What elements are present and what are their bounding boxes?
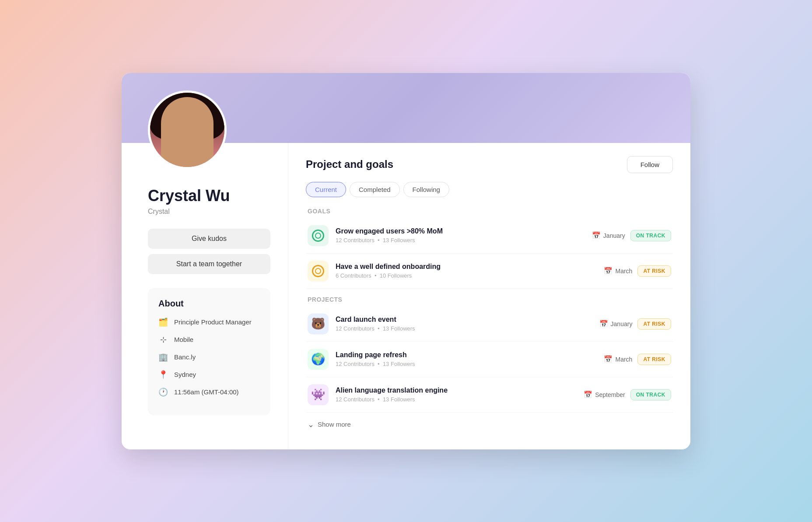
status-badge: AT RISK — [637, 265, 671, 277]
project-meta: 12 Contributors • 13 Followers — [336, 361, 604, 367]
calendar-icon: 📅 — [584, 390, 592, 399]
goal-date: 📅 January — [592, 231, 625, 240]
goal-meta: 12 Contributors • 13 Followers — [336, 237, 592, 244]
project-name: Alien language translation engine — [336, 386, 584, 394]
sitemap-icon: ⊹ — [158, 335, 168, 345]
project-meta: 12 Contributors • 13 Followers — [336, 396, 584, 403]
project-date: 📅 September — [584, 390, 625, 399]
project-date-text: September — [595, 391, 625, 398]
project-meta: 12 Contributors • 13 Followers — [336, 325, 599, 332]
user-name: Crystal Wu — [148, 187, 270, 205]
project-contributors: 12 Contributors — [336, 325, 374, 332]
about-time: 🕐 11:56am (GMT-04:00) — [158, 387, 260, 397]
clock-icon: 🕐 — [158, 387, 168, 397]
tab-current[interactable]: Current — [306, 182, 346, 197]
goal-right: 📅 March AT RISK — [604, 265, 671, 277]
chevron-down-icon: ⌄ — [308, 420, 314, 429]
about-section: About 🗂️ Principle Product Manager ⊹ Mob… — [148, 288, 270, 415]
header-banner — [122, 73, 690, 143]
project-icon-earth: 🌍 — [308, 349, 329, 370]
project-name: Card launch event — [336, 316, 599, 324]
goal-contributors: 12 Contributors — [336, 237, 374, 244]
building-icon: 🏢 — [158, 352, 168, 362]
goal-date-text: March — [615, 268, 632, 275]
project-name: Landing page refresh — [336, 351, 604, 359]
about-team-text: Mobile — [174, 336, 193, 343]
project-item: 🌍 Landing page refresh 12 Contributors •… — [306, 342, 673, 377]
main-content: Crystal Wu Crystal Give kudos Start a te… — [122, 143, 690, 449]
panel-title: Project and goals — [306, 158, 393, 171]
briefcase-icon: 🗂️ — [158, 317, 168, 327]
app-window: Crystal Wu Crystal Give kudos Start a te… — [122, 73, 690, 449]
goal-item: Have a well defined onboarding 6 Contrib… — [306, 254, 673, 289]
about-time-text: 11:56am (GMT-04:00) — [174, 388, 239, 396]
about-job-text: Principle Product Manager — [174, 318, 252, 326]
project-right: 📅 January AT RISK — [599, 318, 671, 330]
project-date-text: March — [615, 356, 632, 363]
project-info: Card launch event 12 Contributors • 13 F… — [336, 316, 599, 332]
project-right: 📅 September ON TRACK — [584, 389, 671, 400]
project-followers: 13 Followers — [383, 361, 415, 367]
project-contributors: 12 Contributors — [336, 361, 374, 367]
project-icon-alien: 👾 — [308, 384, 329, 405]
about-team: ⊹ Mobile — [158, 335, 260, 345]
project-date: 📅 March — [604, 355, 632, 363]
goal-name: Have a well defined onboarding — [336, 263, 604, 271]
show-more-button[interactable]: ⌄ Show more — [306, 413, 673, 436]
calendar-icon: 📅 — [604, 267, 612, 275]
calendar-icon: 📅 — [592, 231, 601, 240]
calendar-icon: 📅 — [604, 355, 612, 363]
goal-name: Grow engaged users >80% MoM — [336, 227, 592, 235]
about-location: 📍 Sydney — [158, 370, 260, 379]
about-title: About — [158, 299, 260, 309]
about-company-text: Banc.ly — [174, 353, 196, 361]
goal-info: Grow engaged users >80% MoM 12 Contribut… — [336, 227, 592, 244]
tabs-container: Current Completed Following — [306, 182, 673, 197]
calendar-icon: 📅 — [599, 320, 608, 328]
pin-icon: 📍 — [158, 370, 168, 379]
follow-button[interactable]: Follow — [627, 156, 673, 173]
show-more-label: Show more — [318, 421, 351, 428]
goal-followers: 10 Followers — [380, 272, 412, 279]
project-date: 📅 January — [599, 320, 633, 328]
goal-date: 📅 March — [604, 267, 632, 275]
goal-contributors: 6 Contributors — [336, 272, 371, 279]
project-contributors: 12 Contributors — [336, 396, 374, 403]
panel-header: Project and goals Follow — [306, 156, 673, 173]
avatar — [148, 90, 227, 169]
status-badge: AT RISK — [637, 318, 671, 330]
tab-completed[interactable]: Completed — [350, 182, 400, 197]
give-kudos-button[interactable]: Give kudos — [148, 229, 270, 249]
goal-item: Grow engaged users >80% MoM 12 Contribut… — [306, 218, 673, 254]
goal-info: Have a well defined onboarding 6 Contrib… — [336, 263, 604, 279]
about-location-text: Sydney — [174, 371, 196, 378]
goal-meta: 6 Contributors • 10 Followers — [336, 272, 604, 279]
project-icon-bear: 🐻 — [308, 313, 329, 334]
project-right: 📅 March AT RISK — [604, 354, 671, 365]
project-item: 🐻 Card launch event 12 Contributors • 13… — [306, 306, 673, 342]
project-followers: 13 Followers — [383, 396, 415, 403]
goal-icon-yellow — [308, 261, 329, 282]
goal-right: 📅 January ON TRACK — [592, 230, 671, 241]
user-handle: Crystal — [148, 208, 270, 216]
start-team-button[interactable]: Start a team together — [148, 254, 270, 274]
status-badge: ON TRACK — [630, 230, 671, 241]
left-panel: Crystal Wu Crystal Give kudos Start a te… — [122, 143, 288, 449]
right-panel: Project and goals Follow Current Complet… — [288, 143, 690, 449]
goal-date-text: January — [603, 232, 625, 239]
project-followers: 13 Followers — [383, 325, 415, 332]
status-badge: ON TRACK — [630, 389, 671, 400]
project-info: Landing page refresh 12 Contributors • 1… — [336, 351, 604, 367]
status-badge: AT RISK — [637, 354, 671, 365]
projects-section-label: Projects — [306, 296, 673, 303]
about-job: 🗂️ Principle Product Manager — [158, 317, 260, 327]
goal-icon-green — [308, 225, 329, 246]
goals-section-label: Goals — [306, 208, 673, 215]
project-info: Alien language translation engine 12 Con… — [336, 386, 584, 403]
tab-following[interactable]: Following — [403, 182, 449, 197]
project-item: 👾 Alien language translation engine 12 C… — [306, 377, 673, 413]
project-date-text: January — [611, 320, 633, 327]
goal-followers: 13 Followers — [383, 237, 415, 244]
about-company: 🏢 Banc.ly — [158, 352, 260, 362]
